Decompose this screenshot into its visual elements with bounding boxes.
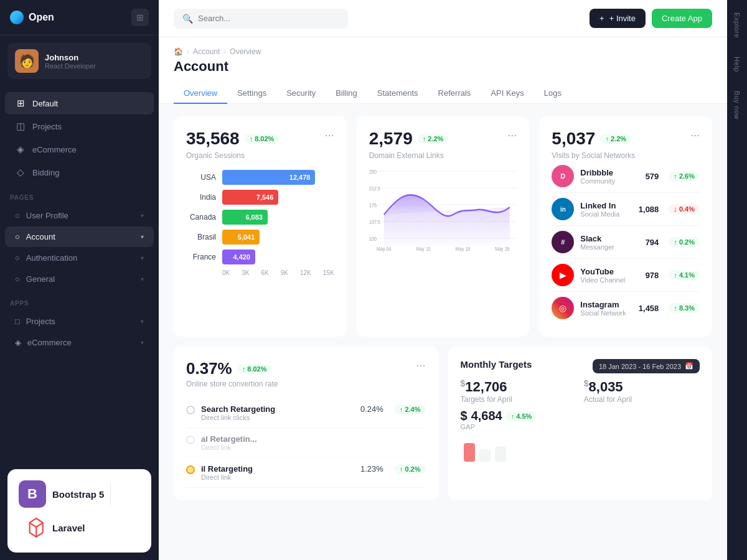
date-range-badge: 18 Jan 2023 - 16 Feb 2023 📅	[593, 359, 700, 373]
conversion-card: 0.37% ↑ 8.02% Online store convertion ra…	[174, 347, 438, 500]
svg-text:May 10: May 10	[416, 246, 431, 252]
calendar-icon: 📅	[685, 362, 693, 370]
sidebar-item-label: Bidding	[32, 168, 59, 177]
conv-row: Search Retargeting Direct link clicks 0.…	[186, 398, 426, 428]
create-app-button[interactable]: Create App	[652, 9, 712, 28]
right-panel: Explore Help Buy now	[727, 0, 747, 560]
tab-statements[interactable]: Statements	[367, 83, 428, 104]
bottom-row: 0.37% ↑ 8.02% Online store convertion ra…	[174, 347, 712, 500]
svg-text:137.5: 137.5	[369, 219, 380, 225]
sidebar-item-default[interactable]: ⊞ Default	[5, 92, 154, 114]
line-chart-svg: 250 212.5 175 137.5 100	[369, 165, 517, 252]
sidebar-item-label: Projects	[32, 122, 62, 131]
auth-icon: ○	[15, 253, 20, 263]
monthly-targets-card: Monthly Targets 18 Jan 2023 - 16 Feb 202…	[448, 347, 713, 500]
social-badge: ↑ 4.1%	[669, 270, 700, 280]
search-icon: 🔍	[182, 14, 193, 24]
card-header: Monthly Targets 18 Jan 2023 - 16 Feb 202…	[461, 359, 700, 373]
card-menu-icon[interactable]: ···	[690, 129, 700, 142]
links-badge: ↑ 2.2%	[418, 134, 449, 144]
app-name: Open	[29, 12, 54, 23]
conv-circle-icon	[186, 406, 195, 414]
sidebar-item-bidding[interactable]: ◇ Bidding	[5, 161, 154, 184]
tab-settings[interactable]: Settings	[227, 83, 276, 104]
card-menu-icon[interactable]: ···	[507, 129, 517, 142]
sidebar-item-label: eCommerce	[32, 145, 77, 154]
external-links-card: 2,579 ↑ 2.2% Domain External Links ···	[357, 116, 530, 337]
sidebar-toggle-button[interactable]: ⊞	[131, 9, 149, 26]
tab-referrals[interactable]: Referrals	[428, 83, 481, 104]
metric-value: 2,579 ↑ 2.2%	[369, 129, 449, 149]
metric-value: 5,037 ↑ 2.2%	[552, 129, 635, 149]
links-label: Domain External Links	[369, 151, 449, 160]
help-tab[interactable]: Help	[733, 57, 741, 72]
page-tabs: Overview Settings Security Billing State…	[174, 83, 712, 103]
explore-tab[interactable]: Explore	[733, 12, 741, 38]
social-list: D Dribbble Community 579 ↑ 2.6% in Linke…	[552, 160, 700, 324]
tab-overview[interactable]: Overview	[174, 83, 227, 104]
user-card: 🧑 Johnson React Developer	[7, 43, 151, 79]
bar-row-canada: Canada 6,083	[186, 210, 334, 225]
user-role: React Developer	[45, 62, 96, 70]
bar-fill: 12,478	[222, 170, 315, 185]
card-menu-icon[interactable]: ···	[325, 129, 334, 142]
social-badge: ↑ 2.6%	[669, 171, 700, 181]
sidebar-item-account[interactable]: ○ Account ▾	[5, 226, 154, 247]
card-header: 35,568 ↑ 8.02% Organic Sessions ···	[186, 129, 334, 160]
laravel-label: Laravel	[52, 523, 85, 533]
social-row-slack: # Slack Messanger 794 ↑ 0.2%	[552, 226, 700, 259]
svg-text:May 04: May 04	[377, 246, 392, 252]
sidebar-item-projects-app[interactable]: □ Projects ▾	[5, 311, 154, 332]
social-badge: ↑ 0.2%	[669, 237, 700, 247]
sidebar-item-general[interactable]: ○ General ▾	[5, 269, 154, 289]
sidebar-navigation: ⊞ Default ◫ Projects ◈ eCommerce ◇ Biddi…	[0, 86, 159, 462]
svg-text:175: 175	[369, 202, 377, 208]
conversion-metric: 0.37% ↑ 8.02%	[186, 359, 278, 378]
sidebar-item-ecommerce-app[interactable]: ◈ eCommerce ▾	[5, 332, 154, 353]
instagram-icon: ◎	[552, 297, 574, 319]
page-header: 🏠 › Account › Overview Account Overview …	[159, 37, 727, 104]
conv-badge: ↑ 0.2%	[395, 464, 426, 474]
bar-fill: 4,420	[222, 250, 255, 264]
chevron-down-icon: ▾	[141, 276, 144, 282]
sidebar-item-authentication[interactable]: ○ Authentication ▾	[5, 248, 154, 268]
topbar-actions: + + Invite Create App	[590, 9, 712, 28]
search-input[interactable]	[198, 14, 339, 23]
bar-fill: 6,083	[222, 210, 268, 225]
conv-circle-icon	[186, 465, 195, 474]
user-info: Johnson React Developer	[45, 53, 96, 70]
invite-button[interactable]: + + Invite	[590, 9, 646, 28]
sidebar-item-ecommerce[interactable]: ◈ eCommerce	[5, 138, 154, 161]
conv-row: il Retargeting Direct link 1.23% ↑ 0.2%	[186, 458, 426, 488]
tab-billing[interactable]: Billing	[326, 83, 367, 104]
card-menu-icon[interactable]: ···	[416, 359, 425, 372]
social-badge: ↑ 8.3%	[669, 303, 700, 313]
breadcrumb-account[interactable]: Account	[193, 47, 220, 56]
targets-for-april: $12,706 Targets for April	[461, 378, 576, 404]
search-bar[interactable]: 🔍	[174, 9, 348, 29]
tab-security[interactable]: Security	[276, 83, 326, 104]
avatar: 🧑	[15, 49, 39, 73]
social-row-dribbble: D Dribbble Community 579 ↑ 2.6%	[552, 160, 700, 193]
social-label: Visits by Social Networks	[552, 151, 635, 160]
sidebar-item-projects[interactable]: ◫ Projects	[5, 115, 154, 138]
sidebar-item-user-profile[interactable]: ○ User Profile ▾	[5, 205, 154, 226]
sidebar-item-label: Default	[32, 99, 58, 108]
mini-chart-area	[461, 437, 700, 462]
organic-sessions-card: 35,568 ↑ 8.02% Organic Sessions ··· USA …	[174, 116, 347, 337]
bar-row-india: India 7,546	[186, 190, 334, 205]
buy-now-tab[interactable]: Buy now	[733, 91, 741, 119]
tab-api-keys[interactable]: API Keys	[481, 83, 533, 104]
sidebar-item-label: General	[26, 274, 134, 284]
targets-grid: $12,706 Targets for April $8,035 Actual …	[461, 378, 700, 404]
laravel-icon	[19, 514, 46, 541]
bar-axis: 0K 3K 6K 9K 12K 15K	[186, 269, 334, 276]
card-header: 0.37% ↑ 8.02% Online store convertion ra…	[186, 359, 426, 388]
gap-badge: ↑ 4.5%	[506, 411, 537, 421]
conversion-badge: ↑ 8.02%	[237, 364, 272, 374]
social-row-instagram: ◎ Instagram Social Network 1,458 ↑ 8.3%	[552, 292, 700, 324]
chevron-down-icon: ▾	[141, 318, 144, 325]
user-profile-icon: ○	[15, 211, 20, 220]
tab-logs[interactable]: Logs	[534, 83, 571, 104]
metric-value: 35,568 ↑ 8.02%	[186, 129, 279, 149]
